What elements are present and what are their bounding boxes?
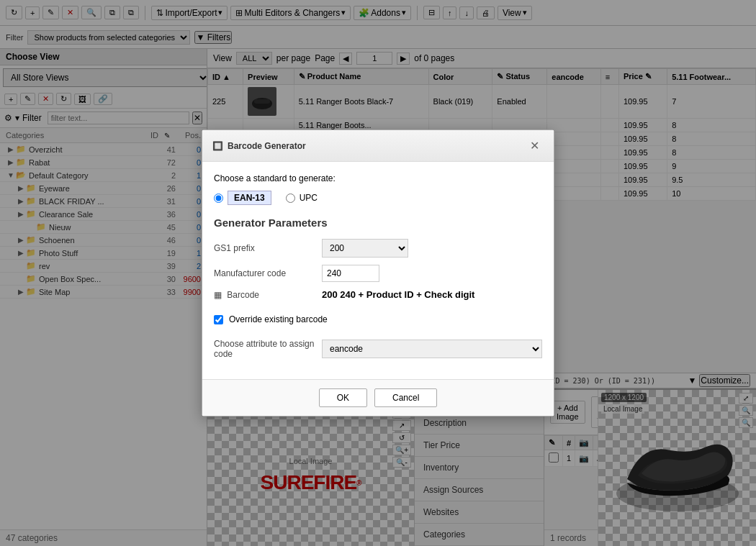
modal-overlay[interactable]: 🔲 Barcode Generator ✕ Choose a standard …	[0, 0, 756, 546]
barcode-icon: 🔲	[212, 141, 223, 151]
modal-close-button[interactable]: ✕	[526, 137, 544, 154]
manufacturer-code-row: Manufacturer code	[214, 265, 542, 282]
generator-params-title: Generator Parameters	[214, 217, 542, 229]
radio-ean13[interactable]: EAN-13	[214, 191, 271, 205]
gs1-prefix-control: 200	[322, 239, 542, 258]
modal-footer: OK Cancel	[202, 379, 554, 416]
barcode-generator-modal: 🔲 Barcode Generator ✕ Choose a standard …	[202, 129, 554, 417]
assign-label: Choose attribute to assign code	[214, 339, 322, 359]
override-row: Override existing barcode	[214, 309, 542, 330]
barcode-row-label: ▦ Barcode	[214, 290, 322, 300]
modal-title: 🔲 Barcode Generator	[212, 141, 306, 151]
gs1-prefix-select[interactable]: 200	[322, 239, 408, 258]
choose-standard-label: Choose a standard to generate:	[214, 173, 542, 183]
gs1-prefix-row: GS1 prefix 200	[214, 239, 542, 258]
barcode-field-icon: ▦	[214, 290, 222, 300]
barcode-value-display: 200 240 + Product ID + Check digit	[322, 289, 542, 300]
manufacturer-code-control	[322, 265, 542, 282]
ean13-radio[interactable]	[214, 194, 223, 203]
radio-group-standard: EAN-13 UPC	[214, 191, 542, 205]
manufacturer-code-input[interactable]	[322, 265, 379, 282]
gs1-prefix-label: GS1 prefix	[214, 243, 322, 253]
manufacturer-code-label: Manufacturer code	[214, 268, 322, 278]
assign-select[interactable]: eancode	[322, 340, 542, 358]
assign-row: Choose attribute to assign code eancode	[214, 339, 542, 359]
modal-header: 🔲 Barcode Generator ✕	[202, 130, 554, 162]
modal-body: Choose a standard to generate: EAN-13 UP…	[202, 162, 554, 379]
ok-button[interactable]: OK	[319, 388, 367, 407]
override-checkbox[interactable]	[214, 315, 223, 324]
barcode-computed-value: 200 240 + Product ID + Check digit	[322, 289, 474, 300]
upc-radio[interactable]	[286, 194, 295, 203]
assign-control: eancode	[322, 340, 542, 358]
barcode-row: ▦ Barcode 200 240 + Product ID + Check d…	[214, 289, 542, 300]
override-label: Override existing barcode	[229, 314, 328, 324]
radio-upc[interactable]: UPC	[286, 193, 318, 203]
cancel-button[interactable]: Cancel	[374, 388, 437, 407]
